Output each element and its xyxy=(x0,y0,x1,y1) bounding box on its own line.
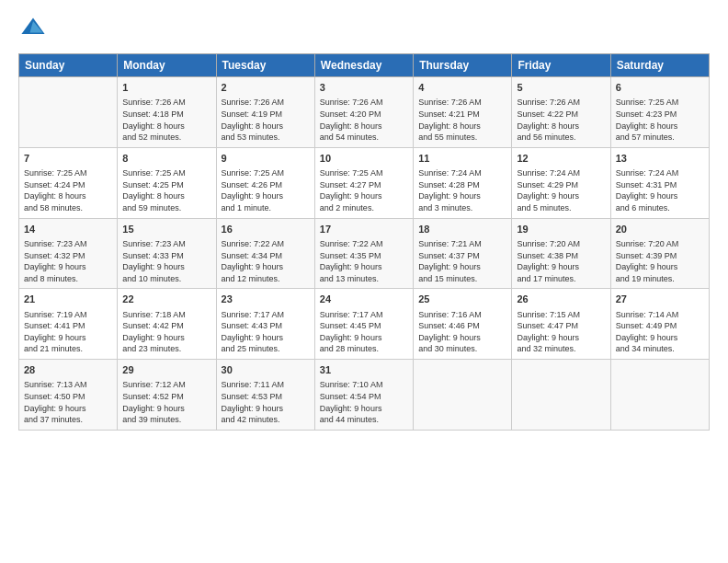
day-content: Sunrise: 7:24 AMSunset: 4:31 PMDaylight:… xyxy=(616,167,704,213)
day-number: 7 xyxy=(24,152,112,166)
day-number: 9 xyxy=(222,152,310,166)
week-row-0: 1Sunrise: 7:26 AMSunset: 4:18 PMDaylight… xyxy=(19,77,710,148)
calendar-cell: 9Sunrise: 7:25 AMSunset: 4:26 PMDaylight… xyxy=(216,147,314,218)
weekday-header-row: SundayMondayTuesdayWednesdayThursdayFrid… xyxy=(19,54,710,77)
day-number: 25 xyxy=(418,293,506,306)
day-content: Sunrise: 7:23 AMSunset: 4:32 PMDaylight:… xyxy=(24,238,112,284)
calendar-cell: 14Sunrise: 7:23 AMSunset: 4:32 PMDayligh… xyxy=(19,218,118,289)
day-number: 29 xyxy=(122,363,210,377)
day-number: 16 xyxy=(222,223,310,236)
calendar-cell: 1Sunrise: 7:26 AMSunset: 4:18 PMDaylight… xyxy=(118,77,216,148)
day-content: Sunrise: 7:23 AMSunset: 4:33 PMDaylight:… xyxy=(122,238,210,284)
weekday-header-sunday: Sunday xyxy=(19,54,118,77)
calendar-cell: 21Sunrise: 7:19 AMSunset: 4:41 PMDayligh… xyxy=(19,289,118,360)
calendar-cell: 26Sunrise: 7:15 AMSunset: 4:47 PMDayligh… xyxy=(512,289,610,360)
day-content: Sunrise: 7:26 AMSunset: 4:21 PMDaylight:… xyxy=(418,97,506,143)
day-number: 22 xyxy=(122,293,210,306)
calendar-cell: 24Sunrise: 7:17 AMSunset: 4:45 PMDayligh… xyxy=(314,289,413,360)
calendar-cell: 23Sunrise: 7:17 AMSunset: 4:43 PMDayligh… xyxy=(216,289,314,360)
calendar-cell xyxy=(19,77,118,148)
day-content: Sunrise: 7:17 AMSunset: 4:43 PMDaylight:… xyxy=(222,309,310,355)
day-number: 4 xyxy=(418,81,506,95)
weekday-header-monday: Monday xyxy=(118,54,216,77)
day-content: Sunrise: 7:13 AMSunset: 4:50 PMDaylight:… xyxy=(24,379,112,425)
calendar-table: SundayMondayTuesdayWednesdayThursdayFrid… xyxy=(18,53,710,431)
calendar-cell: 7Sunrise: 7:25 AMSunset: 4:24 PMDaylight… xyxy=(19,147,118,218)
day-number: 14 xyxy=(24,223,112,236)
week-row-1: 7Sunrise: 7:25 AMSunset: 4:24 PMDaylight… xyxy=(19,147,710,218)
weekday-header-thursday: Thursday xyxy=(414,54,512,77)
calendar-cell: 29Sunrise: 7:12 AMSunset: 4:52 PMDayligh… xyxy=(118,360,216,431)
day-content: Sunrise: 7:16 AMSunset: 4:46 PMDaylight:… xyxy=(418,309,506,355)
page: SundayMondayTuesdayWednesdayThursdayFrid… xyxy=(0,0,728,563)
weekday-header-saturday: Saturday xyxy=(610,54,709,77)
day-content: Sunrise: 7:17 AMSunset: 4:45 PMDaylight:… xyxy=(320,309,408,355)
day-number: 3 xyxy=(320,81,408,95)
day-content: Sunrise: 7:22 AMSunset: 4:35 PMDaylight:… xyxy=(320,238,408,284)
calendar-cell xyxy=(414,360,512,431)
week-row-3: 21Sunrise: 7:19 AMSunset: 4:41 PMDayligh… xyxy=(19,289,710,360)
day-number: 24 xyxy=(320,293,408,306)
day-content: Sunrise: 7:19 AMSunset: 4:41 PMDaylight:… xyxy=(24,309,112,355)
calendar-cell: 8Sunrise: 7:25 AMSunset: 4:25 PMDaylight… xyxy=(118,147,216,218)
day-number: 2 xyxy=(222,81,310,95)
calendar-cell: 13Sunrise: 7:24 AMSunset: 4:31 PMDayligh… xyxy=(610,147,709,218)
day-number: 17 xyxy=(320,223,408,236)
day-content: Sunrise: 7:15 AMSunset: 4:47 PMDaylight:… xyxy=(517,309,605,355)
day-content: Sunrise: 7:11 AMSunset: 4:53 PMDaylight:… xyxy=(222,379,310,425)
day-content: Sunrise: 7:26 AMSunset: 4:19 PMDaylight:… xyxy=(222,97,310,143)
day-content: Sunrise: 7:25 AMSunset: 4:27 PMDaylight:… xyxy=(320,167,408,213)
calendar-cell: 19Sunrise: 7:20 AMSunset: 4:38 PMDayligh… xyxy=(512,218,610,289)
day-number: 11 xyxy=(418,152,506,166)
calendar-cell: 27Sunrise: 7:14 AMSunset: 4:49 PMDayligh… xyxy=(610,289,709,360)
calendar-cell: 12Sunrise: 7:24 AMSunset: 4:29 PMDayligh… xyxy=(512,147,610,218)
calendar-cell: 4Sunrise: 7:26 AMSunset: 4:21 PMDaylight… xyxy=(414,77,512,148)
day-content: Sunrise: 7:25 AMSunset: 4:25 PMDaylight:… xyxy=(122,167,210,213)
calendar-cell: 15Sunrise: 7:23 AMSunset: 4:33 PMDayligh… xyxy=(118,218,216,289)
calendar-cell: 31Sunrise: 7:10 AMSunset: 4:54 PMDayligh… xyxy=(314,360,413,431)
calendar-cell: 22Sunrise: 7:18 AMSunset: 4:42 PMDayligh… xyxy=(118,289,216,360)
calendar-cell xyxy=(512,360,610,431)
calendar-cell: 2Sunrise: 7:26 AMSunset: 4:19 PMDaylight… xyxy=(216,77,314,148)
day-number: 21 xyxy=(24,293,112,306)
calendar-cell: 6Sunrise: 7:25 AMSunset: 4:23 PMDaylight… xyxy=(610,77,709,148)
day-content: Sunrise: 7:25 AMSunset: 4:23 PMDaylight:… xyxy=(616,97,704,143)
calendar-cell: 28Sunrise: 7:13 AMSunset: 4:50 PMDayligh… xyxy=(19,360,118,431)
day-number: 26 xyxy=(517,293,605,306)
day-number: 19 xyxy=(517,223,605,236)
calendar-cell: 30Sunrise: 7:11 AMSunset: 4:53 PMDayligh… xyxy=(216,360,314,431)
day-number: 10 xyxy=(320,152,408,166)
day-content: Sunrise: 7:22 AMSunset: 4:34 PMDaylight:… xyxy=(222,238,310,284)
day-number: 27 xyxy=(616,293,704,306)
day-content: Sunrise: 7:21 AMSunset: 4:37 PMDaylight:… xyxy=(418,238,506,284)
day-number: 15 xyxy=(122,223,210,236)
day-content: Sunrise: 7:10 AMSunset: 4:54 PMDaylight:… xyxy=(320,379,408,425)
day-content: Sunrise: 7:20 AMSunset: 4:38 PMDaylight:… xyxy=(517,238,605,284)
day-content: Sunrise: 7:14 AMSunset: 4:49 PMDaylight:… xyxy=(616,309,704,355)
calendar-cell: 20Sunrise: 7:20 AMSunset: 4:39 PMDayligh… xyxy=(610,218,709,289)
day-number: 23 xyxy=(222,293,310,306)
day-number: 28 xyxy=(24,363,112,377)
day-content: Sunrise: 7:26 AMSunset: 4:18 PMDaylight:… xyxy=(122,97,210,143)
day-content: Sunrise: 7:25 AMSunset: 4:26 PMDaylight:… xyxy=(222,167,310,213)
calendar-cell: 17Sunrise: 7:22 AMSunset: 4:35 PMDayligh… xyxy=(314,218,413,289)
day-number: 8 xyxy=(122,152,210,166)
day-number: 13 xyxy=(616,152,704,166)
day-number: 30 xyxy=(222,363,310,377)
calendar-cell: 5Sunrise: 7:26 AMSunset: 4:22 PMDaylight… xyxy=(512,77,610,148)
day-number: 5 xyxy=(517,81,605,95)
week-row-4: 28Sunrise: 7:13 AMSunset: 4:50 PMDayligh… xyxy=(19,360,710,431)
day-content: Sunrise: 7:20 AMSunset: 4:39 PMDaylight:… xyxy=(616,238,704,284)
calendar-cell: 18Sunrise: 7:21 AMSunset: 4:37 PMDayligh… xyxy=(414,218,512,289)
calendar-cell: 11Sunrise: 7:24 AMSunset: 4:28 PMDayligh… xyxy=(414,147,512,218)
weekday-header-tuesday: Tuesday xyxy=(216,54,314,77)
day-content: Sunrise: 7:24 AMSunset: 4:29 PMDaylight:… xyxy=(517,167,605,213)
day-content: Sunrise: 7:12 AMSunset: 4:52 PMDaylight:… xyxy=(122,379,210,425)
week-row-2: 14Sunrise: 7:23 AMSunset: 4:32 PMDayligh… xyxy=(19,218,710,289)
day-content: Sunrise: 7:24 AMSunset: 4:28 PMDaylight:… xyxy=(418,167,506,213)
logo-icon xyxy=(20,15,46,40)
weekday-header-friday: Friday xyxy=(512,54,610,77)
day-content: Sunrise: 7:18 AMSunset: 4:42 PMDaylight:… xyxy=(122,309,210,355)
header xyxy=(18,15,710,44)
calendar-cell xyxy=(610,360,709,431)
